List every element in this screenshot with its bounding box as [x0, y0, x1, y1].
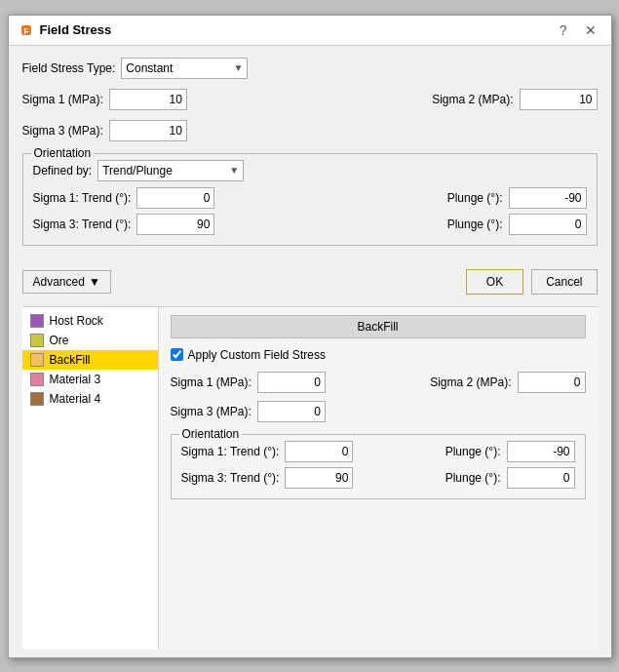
sigma1-plunge-input[interactable] [509, 187, 587, 209]
rp-sigma1-trend-row: Sigma 1: Trend (°): Plunge (°): [181, 441, 575, 462]
material-item[interactable]: Host Rock [22, 311, 158, 331]
rp-orientation-label: Orientation [179, 427, 243, 441]
apply-checkbox-label: Apply Custom Field Stress [188, 348, 326, 362]
rp-sigma3-trend-input[interactable] [285, 467, 353, 489]
material-color-swatch [30, 334, 44, 347]
right-panel: BackFill Apply Custom Field Stress Sigma… [159, 307, 598, 650]
material-list: Host RockOreBackFillMaterial 3Material 4 [22, 307, 159, 650]
defined-by-value: Trend/Plunge [102, 164, 173, 178]
material-item[interactable]: Material 4 [22, 389, 158, 409]
sigma1-trend-row: Sigma 1: Trend (°): Plunge (°): [33, 187, 587, 209]
rp-sigma3-plunge-input[interactable] [507, 467, 575, 489]
material-item[interactable]: BackFill [22, 350, 158, 370]
apply-checkbox-row: Apply Custom Field Stress [171, 348, 586, 362]
field-stress-type-combo[interactable]: Constant ▼ [121, 58, 248, 79]
rp-sigma3-plunge-label: Plunge (°): [445, 471, 501, 485]
sigma1-label: Sigma 1 (MPa): [22, 93, 103, 106]
panel-title: BackFill [171, 315, 586, 338]
field-stress-dialog: F Field Stress ? ✕ Field Stress Type: Co… [8, 15, 612, 658]
sigma3-plunge-label: Plunge (°): [447, 217, 503, 231]
material-name: BackFill [50, 353, 91, 367]
help-button[interactable]: ? [555, 21, 572, 39]
material-name: Material 4 [50, 392, 101, 406]
material-color-swatch [30, 373, 44, 386]
sigma2-input[interactable] [520, 89, 598, 110]
sigma3-input[interactable] [109, 120, 187, 141]
advanced-button[interactable]: Advanced ▼ [22, 270, 111, 294]
rp-sigma1-label: Sigma 1 (MPa): [171, 376, 251, 389]
rp-sigma1-sigma2-row: Sigma 1 (MPa): Sigma 2 (MPa): [171, 372, 586, 393]
defined-by-arrow-icon: ▼ [229, 165, 239, 176]
material-color-swatch [30, 314, 44, 328]
cancel-button[interactable]: Cancel [531, 269, 597, 295]
combo-arrow-icon: ▼ [233, 62, 243, 73]
defined-by-label: Defined by: [33, 164, 93, 178]
orientation-section-label: Orientation [31, 146, 95, 160]
advanced-arrow-icon: ▼ [89, 275, 100, 289]
sigma1-sigma2-row: Sigma 1 (MPa): Sigma 2 (MPa): [22, 89, 598, 110]
svg-text:F: F [23, 26, 29, 36]
rp-sigma1-trend-label: Sigma 1: Trend (°): [181, 445, 280, 458]
rp-sigma3-trend-row: Sigma 3: Trend (°): Plunge (°): [181, 467, 575, 489]
rp-sigma3-label: Sigma 3 (MPa): [171, 405, 251, 418]
field-stress-type-row: Field Stress Type: Constant ▼ [22, 58, 598, 79]
sigma1-input[interactable] [109, 89, 187, 110]
rp-sigma1-input[interactable] [257, 372, 326, 393]
material-name: Material 3 [50, 373, 101, 386]
sigma3-row: Sigma 3 (MPa): [22, 120, 598, 141]
material-color-swatch [30, 353, 44, 367]
dialog-body: Field Stress Type: Constant ▼ Sigma 1 (M… [9, 46, 611, 657]
rp-sigma1-plunge-label: Plunge (°): [445, 445, 501, 458]
title-bar: F Field Stress ? ✕ [9, 16, 611, 46]
material-item[interactable]: Material 3 [22, 370, 158, 389]
rp-orientation-section: Orientation Sigma 1: Trend (°): Plunge (… [171, 434, 586, 499]
dialog-icon: F [19, 22, 34, 38]
sigma3-plunge-input[interactable] [509, 214, 587, 235]
sigma3-trend-input[interactable] [136, 214, 214, 235]
title-bar-buttons: ? ✕ [555, 21, 601, 39]
title-bar-left: F Field Stress [19, 22, 112, 38]
dialog-action-buttons: OK Cancel [466, 269, 598, 295]
ok-button[interactable]: OK [466, 269, 523, 295]
sigma1-trend-label: Sigma 1: Trend (°): [33, 191, 132, 205]
defined-by-row: Defined by: Trend/Plunge ▼ [33, 160, 587, 181]
bottom-panel: Host RockOreBackFillMaterial 3Material 4… [22, 306, 598, 650]
material-name: Host Rock [50, 314, 103, 328]
material-name: Ore [50, 334, 69, 347]
sigma2-label: Sigma 2 (MPa): [432, 93, 513, 106]
orientation-section: Orientation Defined by: Trend/Plunge ▼ S… [22, 153, 598, 246]
rp-sigma2-input[interactable] [518, 372, 586, 393]
rp-sigma2-label: Sigma 2 (MPa): [430, 376, 511, 389]
rp-sigma3-row: Sigma 3 (MPa): [171, 401, 586, 422]
sigma3-label: Sigma 3 (MPa): [22, 124, 103, 138]
apply-custom-checkbox[interactable] [171, 348, 183, 361]
field-stress-type-label: Field Stress Type: [22, 61, 116, 75]
advanced-label: Advanced [33, 275, 85, 289]
rp-sigma3-input[interactable] [257, 401, 326, 422]
rp-sigma1-trend-input[interactable] [285, 441, 353, 462]
close-button[interactable]: ✕ [580, 21, 601, 39]
field-stress-type-value: Constant [126, 61, 173, 75]
material-color-swatch [30, 392, 44, 406]
sigma1-plunge-label: Plunge (°): [447, 191, 503, 205]
rp-sigma1-plunge-input[interactable] [507, 441, 575, 462]
action-row: Advanced ▼ OK Cancel [22, 263, 598, 295]
rp-sigma3-trend-label: Sigma 3: Trend (°): [181, 471, 280, 485]
sigma1-trend-input[interactable] [136, 187, 214, 209]
defined-by-combo[interactable]: Trend/Plunge ▼ [97, 160, 244, 181]
sigma3-trend-label: Sigma 3: Trend (°): [33, 217, 132, 231]
sigma3-trend-row: Sigma 3: Trend (°): Plunge (°): [33, 214, 587, 235]
dialog-title: Field Stress [40, 22, 112, 37]
material-item[interactable]: Ore [22, 331, 158, 350]
